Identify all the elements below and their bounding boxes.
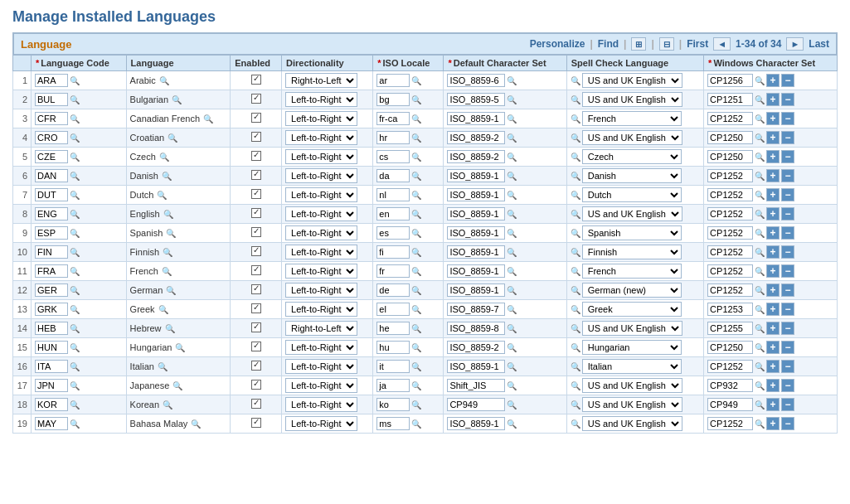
del-row-button[interactable]: − — [781, 245, 794, 259]
iso-input[interactable] — [376, 93, 410, 106]
spell-check-select[interactable]: Finnish — [582, 245, 682, 259]
enabled-checkbox[interactable] — [251, 94, 261, 104]
directionality-select[interactable]: Left-to-Right — [285, 245, 357, 259]
windows-charset-input[interactable] — [707, 74, 753, 87]
enabled-checkbox[interactable] — [251, 284, 261, 294]
code-search-icon[interactable]: 🔍 — [70, 381, 80, 390]
iso-lookup-icon[interactable]: 🔍 — [411, 248, 421, 257]
windows-charset-input[interactable] — [707, 322, 753, 335]
del-row-button[interactable]: − — [781, 188, 794, 201]
iso-input[interactable] — [376, 284, 410, 297]
win-lookup-icon[interactable]: 🔍 — [755, 191, 765, 200]
grid-icon[interactable]: ⊞ — [631, 37, 646, 51]
del-row-button[interactable]: − — [781, 93, 794, 106]
spell-lookup-icon[interactable]: 🔍 — [571, 267, 580, 276]
spell-lookup-icon[interactable]: 🔍 — [571, 76, 580, 85]
windows-charset-input[interactable] — [707, 150, 753, 163]
lang-code-input[interactable] — [35, 417, 68, 430]
win-lookup-icon[interactable]: 🔍 — [755, 76, 765, 85]
enabled-checkbox[interactable] — [251, 322, 261, 332]
del-row-button[interactable]: − — [781, 74, 794, 87]
charset-lookup-icon[interactable]: 🔍 — [507, 153, 517, 162]
directionality-select[interactable]: Right-to-Left — [285, 73, 357, 88]
directionality-select[interactable]: Left-to-Right — [285, 340, 357, 355]
win-lookup-icon[interactable]: 🔍 — [755, 172, 765, 181]
iso-lookup-icon[interactable]: 🔍 — [411, 419, 421, 429]
iso-input[interactable] — [376, 360, 410, 373]
enabled-checkbox[interactable] — [251, 113, 261, 123]
iso-lookup-icon[interactable]: 🔍 — [411, 191, 421, 200]
iso-lookup-icon[interactable]: 🔍 — [411, 95, 421, 104]
del-row-button[interactable]: − — [781, 341, 794, 354]
lang-search-icon[interactable]: 🔍 — [175, 343, 185, 352]
lang-code-input[interactable] — [35, 322, 68, 335]
lang-code-input[interactable] — [35, 226, 68, 240]
charset-input[interactable] — [447, 398, 505, 411]
spell-lookup-icon[interactable]: 🔍 — [571, 210, 580, 219]
iso-input[interactable] — [376, 303, 410, 316]
iso-lookup-icon[interactable]: 🔍 — [411, 305, 421, 314]
add-row-button[interactable]: + — [766, 398, 780, 411]
lang-code-input[interactable] — [35, 303, 68, 316]
directionality-select[interactable]: Left-to-Right — [285, 416, 357, 431]
win-lookup-icon[interactable]: 🔍 — [755, 95, 765, 104]
windows-charset-input[interactable] — [707, 112, 753, 125]
charset-lookup-icon[interactable]: 🔍 — [507, 362, 517, 371]
win-lookup-icon[interactable]: 🔍 — [755, 229, 765, 238]
add-row-button[interactable]: + — [766, 322, 780, 335]
spell-check-select[interactable]: Danish — [582, 168, 682, 183]
spell-check-select[interactable]: US and UK English — [582, 92, 682, 107]
charset-lookup-icon[interactable]: 🔍 — [507, 400, 517, 410]
del-row-button[interactable]: − — [781, 303, 794, 316]
spell-lookup-icon[interactable]: 🔍 — [571, 172, 580, 181]
spell-lookup-icon[interactable]: 🔍 — [571, 381, 580, 390]
code-search-icon[interactable]: 🔍 — [70, 76, 80, 85]
directionality-select[interactable]: Left-to-Right — [285, 359, 357, 374]
del-row-button[interactable]: − — [781, 207, 794, 220]
spell-check-select[interactable]: US and UK English — [582, 416, 682, 431]
print-icon[interactable]: ⊟ — [659, 37, 674, 51]
del-row-button[interactable]: − — [781, 379, 794, 392]
charset-lookup-icon[interactable]: 🔍 — [507, 286, 517, 295]
del-row-button[interactable]: − — [781, 131, 794, 144]
windows-charset-input[interactable] — [707, 417, 753, 430]
iso-lookup-icon[interactable]: 🔍 — [411, 133, 421, 143]
code-search-icon[interactable]: 🔍 — [70, 95, 80, 104]
iso-lookup-icon[interactable]: 🔍 — [411, 76, 421, 85]
enabled-checkbox[interactable] — [251, 227, 261, 237]
windows-charset-input[interactable] — [707, 169, 753, 182]
iso-input[interactable] — [376, 74, 410, 87]
code-search-icon[interactable]: 🔍 — [70, 286, 80, 295]
add-row-button[interactable]: + — [766, 93, 780, 106]
iso-input[interactable] — [376, 398, 410, 411]
directionality-select[interactable]: Left-to-Right — [285, 168, 357, 183]
spell-lookup-icon[interactable]: 🔍 — [571, 362, 580, 371]
charset-input[interactable] — [447, 322, 505, 335]
code-search-icon[interactable]: 🔍 — [70, 362, 80, 371]
charset-lookup-icon[interactable]: 🔍 — [507, 191, 517, 200]
win-lookup-icon[interactable]: 🔍 — [755, 153, 765, 162]
iso-lookup-icon[interactable]: 🔍 — [411, 210, 421, 219]
spell-check-select[interactable]: French — [582, 111, 682, 126]
lang-search-icon[interactable]: 🔍 — [163, 210, 173, 219]
code-search-icon[interactable]: 🔍 — [70, 419, 80, 429]
lang-search-icon[interactable]: 🔍 — [158, 305, 168, 314]
windows-charset-input[interactable] — [707, 341, 753, 354]
lang-code-input[interactable] — [35, 264, 68, 278]
windows-charset-input[interactable] — [707, 131, 753, 144]
directionality-select[interactable]: Left-to-Right — [285, 149, 357, 164]
add-row-button[interactable]: + — [766, 341, 780, 354]
lang-search-icon[interactable]: 🔍 — [168, 133, 177, 143]
add-row-button[interactable]: + — [766, 131, 780, 144]
personalize-link[interactable]: Personalize — [530, 38, 585, 50]
lang-search-icon[interactable]: 🔍 — [172, 95, 182, 104]
charset-input[interactable] — [447, 169, 505, 182]
enabled-checkbox[interactable] — [251, 361, 261, 371]
windows-charset-input[interactable] — [707, 264, 753, 278]
spell-check-select[interactable]: US and UK English — [582, 73, 682, 88]
charset-input[interactable] — [447, 112, 505, 125]
spell-check-select[interactable]: Greek — [582, 302, 682, 317]
lang-search-icon[interactable]: 🔍 — [162, 172, 172, 181]
del-row-button[interactable]: − — [781, 112, 794, 125]
spell-lookup-icon[interactable]: 🔍 — [571, 191, 580, 200]
